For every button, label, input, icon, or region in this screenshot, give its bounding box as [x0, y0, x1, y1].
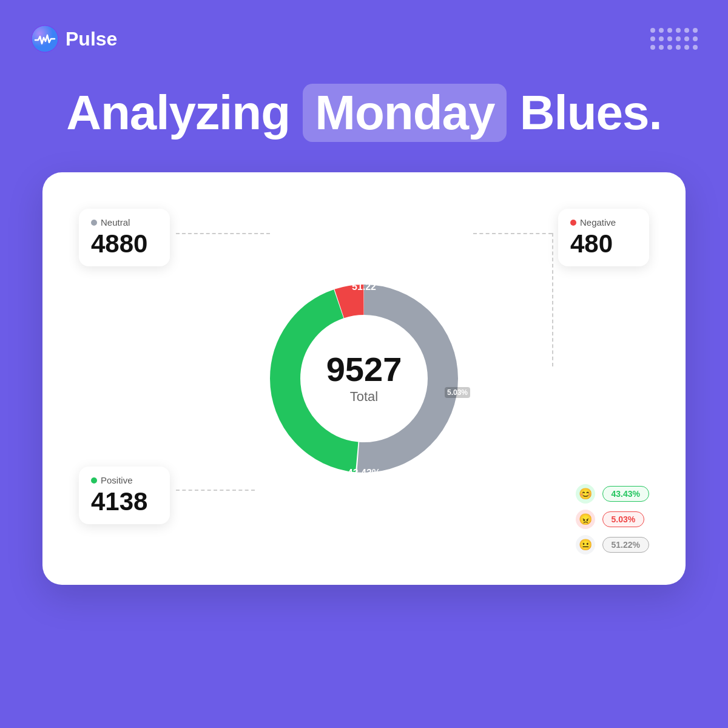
- negative-label: Negative: [570, 217, 637, 228]
- negative-line-v: [552, 233, 553, 366]
- neutral-badge: 51.22%: [602, 537, 649, 553]
- headline: Analyzing Monday Blues.: [66, 84, 662, 142]
- neutral-dot: [91, 220, 97, 226]
- negative-emoji: 😠: [576, 510, 595, 529]
- logo: Pulse: [30, 24, 117, 53]
- header: Pulse: [0, 0, 728, 53]
- legend-positive: 😊 43.43%: [576, 484, 649, 504]
- decorative-dots: [650, 28, 698, 50]
- analytics-card: Neutral 4880 Negative 480 Positive 4138 …: [42, 172, 686, 585]
- headline-text: Analyzing Monday Blues.: [66, 84, 662, 142]
- app-name: Pulse: [66, 28, 117, 50]
- neutral-line: [176, 233, 270, 234]
- positive-stat-box: Positive 4138: [79, 467, 170, 524]
- donut-center: 9527 Total: [326, 352, 402, 405]
- negative-line-h: [473, 233, 552, 234]
- positive-label: Positive: [91, 475, 158, 485]
- positive-pct-label: 43.43%: [348, 468, 380, 479]
- negative-badge: 5.03%: [602, 511, 645, 527]
- negative-dot: [570, 220, 576, 226]
- neutral-pct-label: 51.22: [352, 281, 376, 292]
- legend-neutral: 😐 51.22%: [576, 535, 649, 554]
- donut-chart: 9527 Total 51.22 43.43% 5.03%: [261, 275, 467, 482]
- positive-dot: [91, 477, 97, 484]
- neutral-label: Neutral: [91, 217, 158, 228]
- positive-line: [176, 490, 255, 491]
- positive-badge: 43.43%: [602, 486, 649, 502]
- total-label: Total: [326, 389, 402, 405]
- neutral-emoji: 😐: [576, 535, 595, 554]
- logo-icon: [30, 24, 59, 53]
- positive-value: 4138: [91, 489, 158, 514]
- legend: 😊 43.43% 😠 5.03% 😐 51.22%: [576, 484, 649, 554]
- negative-stat-box: Negative 480: [558, 209, 649, 266]
- neutral-value: 4880: [91, 231, 158, 257]
- total-number: 9527: [326, 352, 402, 386]
- neutral-stat-box: Neutral 4880: [79, 209, 170, 266]
- negative-pct-label: 5.03%: [445, 387, 470, 398]
- legend-negative: 😠 5.03%: [576, 510, 649, 529]
- positive-emoji: 😊: [576, 484, 595, 504]
- negative-value: 480: [570, 231, 637, 257]
